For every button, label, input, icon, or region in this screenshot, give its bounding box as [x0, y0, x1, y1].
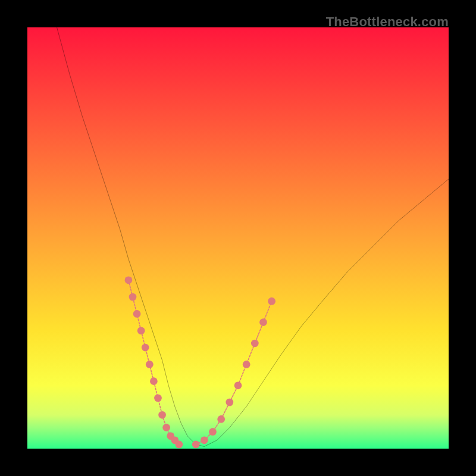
tolerance-markers-left-dot: [125, 276, 133, 284]
watermark-text: TheBottleneck.com: [326, 14, 449, 30]
tolerance-markers-left-dot: [158, 411, 166, 419]
tolerance-markers-right-dot: [209, 428, 217, 436]
tolerance-markers-left-dot: [176, 441, 183, 449]
tolerance-markers-right-dot: [243, 361, 250, 368]
tolerance-markers-left-dot: [162, 424, 170, 431]
tolerance-markers-right-dot: [234, 381, 242, 389]
tolerance-markers-left-dot: [150, 377, 158, 385]
tolerance-markers-left-dot: [154, 394, 162, 402]
tolerance-markers-right-dot: [217, 415, 225, 423]
figure-root: TheBottleneck.com: [0, 0, 476, 476]
plot-area: [27, 27, 449, 449]
tolerance-markers-right-dot: [251, 340, 259, 347]
tolerance-markers-right-dot: [268, 298, 275, 305]
tolerance-markers-left-dot: [133, 310, 141, 318]
tolerance-markers-left-dash: [129, 280, 179, 444]
tolerance-markers-right-dot: [226, 399, 233, 406]
tolerance-markers-right-dot: [201, 436, 208, 444]
tolerance-markers-left-dot: [137, 327, 145, 334]
curve-layer: [27, 27, 449, 449]
tolerance-markers-left-dot: [146, 361, 154, 368]
tolerance-markers-right-dot: [192, 441, 200, 449]
tolerance-markers-left-dot: [129, 293, 137, 301]
tolerance-markers-right-dot: [259, 318, 267, 326]
tolerance-markers-left-dot: [142, 344, 149, 352]
main-curve: [57, 27, 449, 446]
